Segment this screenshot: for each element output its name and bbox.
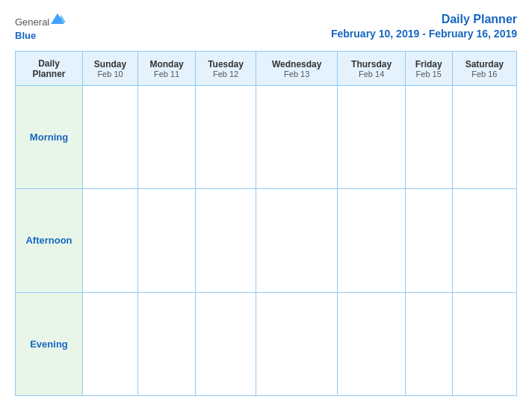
cell-thursday-morning[interactable] (338, 86, 405, 189)
planner-label-header: Daily Planner (16, 52, 83, 86)
cell-tuesday-morning[interactable] (196, 86, 256, 189)
cell-tuesday-afternoon[interactable] (196, 189, 256, 292)
col-friday: Friday Feb 15 (405, 52, 452, 86)
afternoon-row: Afternoon (16, 189, 517, 292)
cell-thursday-afternoon[interactable] (338, 189, 405, 292)
evening-row: Evening (16, 292, 517, 395)
header-info: Daily Planner February 10, 2019 - Februa… (331, 12, 517, 40)
col-tuesday: Tuesday Feb 12 (196, 52, 256, 86)
morning-label: Morning (16, 86, 83, 189)
cell-sunday-evening[interactable] (83, 292, 138, 395)
evening-label: Evening (16, 292, 83, 395)
col-thursday: Thursday Feb 14 (338, 52, 405, 86)
col-sunday: Sunday Feb 10 (83, 52, 138, 86)
logo: General Blue (15, 12, 66, 42)
app-title: Daily Planner (331, 12, 517, 28)
afternoon-label: Afternoon (16, 189, 83, 292)
cell-saturday-evening[interactable] (452, 292, 516, 395)
morning-row: Morning (16, 86, 517, 189)
cell-wednesday-morning[interactable] (256, 86, 337, 189)
cell-saturday-afternoon[interactable] (452, 189, 516, 292)
col-monday: Monday Feb 11 (138, 52, 196, 86)
cell-friday-morning[interactable] (405, 86, 452, 189)
cell-sunday-afternoon[interactable] (83, 189, 138, 292)
col-wednesday: Wednesday Feb 13 (256, 52, 337, 86)
date-range: February 10, 2019 - February 16, 2019 (331, 28, 517, 40)
header-row: Daily Planner Sunday Feb 10 Monday Feb 1… (16, 52, 517, 86)
logo-icon (49, 12, 66, 25)
cell-friday-afternoon[interactable] (405, 189, 452, 292)
cell-thursday-evening[interactable] (338, 292, 405, 395)
cell-friday-evening[interactable] (405, 292, 452, 395)
cell-saturday-morning[interactable] (452, 86, 516, 189)
cell-wednesday-afternoon[interactable] (256, 189, 337, 292)
cell-sunday-morning[interactable] (83, 86, 138, 189)
cell-tuesday-evening[interactable] (196, 292, 256, 395)
cell-monday-afternoon[interactable] (138, 189, 196, 292)
cell-monday-morning[interactable] (138, 86, 196, 189)
cell-wednesday-evening[interactable] (256, 292, 337, 395)
cell-monday-evening[interactable] (138, 292, 196, 395)
calendar-table: Daily Planner Sunday Feb 10 Monday Feb 1… (15, 51, 517, 396)
logo-text: General Blue (15, 12, 66, 42)
page-header: General Blue Daily Planner February 10, … (15, 12, 517, 42)
col-saturday: Saturday Feb 16 (452, 52, 516, 86)
